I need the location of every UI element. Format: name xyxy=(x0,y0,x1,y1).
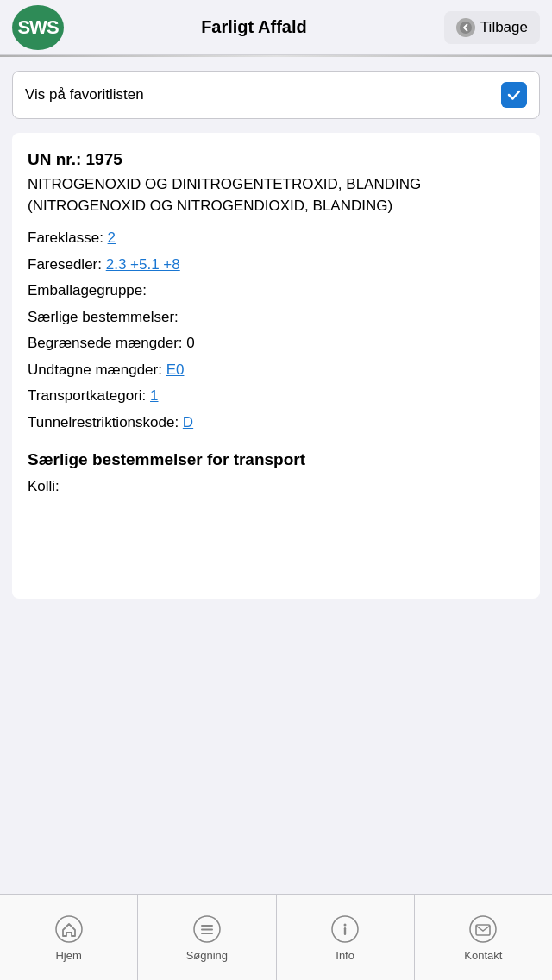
faresedler-row: Faresedler: 2.3 +5.1 +8 xyxy=(28,254,524,276)
back-button[interactable]: Tilbage xyxy=(444,11,540,44)
saerlige-row: Særlige bestemmelser: xyxy=(28,306,524,329)
emballagegruppe-row: Emballagegruppe: xyxy=(28,280,524,302)
back-label: Tilbage xyxy=(480,19,528,36)
tunnelkode-link[interactable]: D xyxy=(183,414,193,430)
svg-rect-4 xyxy=(201,929,213,931)
tab-kontakt[interactable]: Kontakt xyxy=(415,895,552,980)
tab-kontakt-label: Kontakt xyxy=(464,949,502,962)
kolli-label: Kolli: xyxy=(28,478,524,495)
search-icon xyxy=(191,913,223,945)
app-header: SWS Farligt Affald Tilbage xyxy=(0,0,552,55)
section-title: Særlige bestemmelser for transport xyxy=(28,450,524,469)
begraensede-label: Begrænsede mængder: 0 xyxy=(28,335,195,351)
page-title: Farligt Affald xyxy=(64,17,444,37)
favorite-label: Vis på favoritlisten xyxy=(25,86,144,104)
app-logo: SWS xyxy=(12,5,64,50)
svg-point-0 xyxy=(460,22,472,34)
tab-bar: Hjem Søgning Info xyxy=(0,894,552,980)
header-separator xyxy=(0,55,552,57)
tab-info[interactable]: Info xyxy=(277,895,415,980)
fareklasse-label: Fareklasse: xyxy=(28,229,108,246)
undtagne-label: Undtagne mængder: xyxy=(28,361,166,378)
undtagne-row: Undtagne mængder: E0 xyxy=(28,359,524,381)
faresedler-label: Faresedler: xyxy=(28,256,106,273)
undtagne-link[interactable]: E0 xyxy=(166,361,185,378)
transportkategori-link[interactable]: 1 xyxy=(150,387,158,404)
main-content: UN nr.: 1975 NITROGENOXID OG DINITROGENT… xyxy=(12,133,540,599)
svg-point-7 xyxy=(344,924,347,927)
transportkategori-label: Transportkategori: xyxy=(28,387,150,404)
svg-point-9 xyxy=(470,916,496,942)
fareklasse-link[interactable]: 2 xyxy=(108,229,116,246)
begraensede-row: Begrænsede mængder: 0 xyxy=(28,332,524,355)
info-icon xyxy=(329,913,361,945)
faresedler-link[interactable]: 2.3 +5.1 +8 xyxy=(106,256,180,273)
tab-soegning[interactable]: Søgning xyxy=(138,895,276,980)
svg-rect-5 xyxy=(201,933,213,934)
logo-text: SWS xyxy=(17,16,58,39)
tab-hjem[interactable]: Hjem xyxy=(0,895,138,980)
home-icon xyxy=(53,913,85,945)
fareklasse-row: Fareklasse: 2 xyxy=(28,227,524,249)
tab-hjem-label: Hjem xyxy=(55,949,81,962)
substance-name: NITROGENOXID OG DINITROGENTETROXID, BLAN… xyxy=(28,174,524,217)
back-icon xyxy=(456,18,475,37)
svg-rect-10 xyxy=(476,925,490,935)
favorite-bar: Vis på favoritlisten xyxy=(12,71,540,119)
transportkategori-row: Transportkategori: 1 xyxy=(28,385,524,407)
svg-point-1 xyxy=(56,916,82,942)
favorite-checkbox[interactable] xyxy=(501,82,527,108)
tab-soegning-label: Søgning xyxy=(186,949,228,962)
emballagegruppe-label: Emballagegruppe: xyxy=(28,282,147,298)
tunnelkode-label: Tunnelrestriktionskode: xyxy=(28,414,183,430)
svg-rect-8 xyxy=(344,927,346,935)
tab-info-label: Info xyxy=(336,949,354,962)
tunnelkode-row: Tunnelrestriktionskode: D xyxy=(28,411,524,434)
saerlige-label: Særlige bestemmelser: xyxy=(28,309,179,325)
un-number: UN nr.: 1975 xyxy=(28,150,524,169)
mail-icon xyxy=(467,913,499,945)
svg-rect-3 xyxy=(201,925,213,927)
